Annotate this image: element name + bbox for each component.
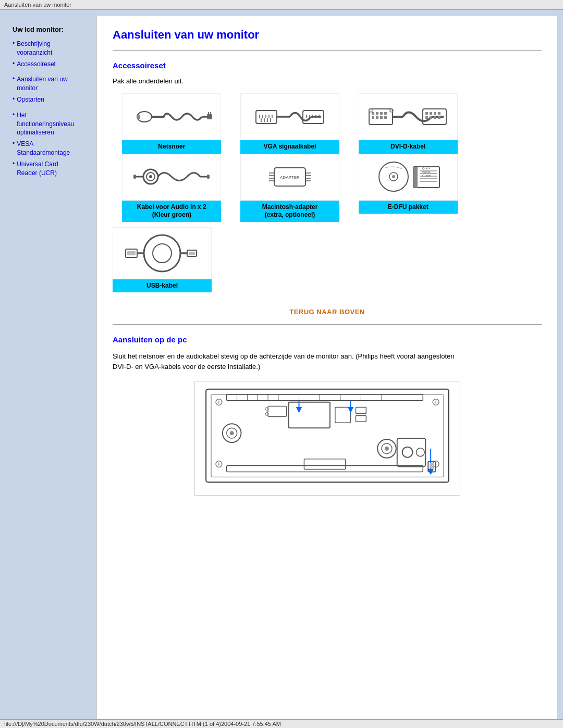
titlebar-text: Aansluiten van uw monitor — [4, 2, 71, 8]
svg-point-129 — [384, 447, 388, 451]
sidebar-link-beschrijving[interactable]: Beschrijvingvooraanzicht — [17, 40, 52, 57]
svg-rect-1 — [137, 115, 140, 119]
svg-rect-44 — [430, 116, 432, 119]
svg-rect-29 — [384, 112, 387, 115]
usb-icon — [115, 228, 209, 278]
svg-point-122 — [402, 447, 412, 458]
svg-rect-46 — [438, 116, 440, 119]
svg-rect-87 — [226, 394, 423, 401]
main-content: Aansluiten van uw monitor Accessoireset … — [96, 15, 558, 724]
edfu-icon: Quick Setup Guide — [368, 157, 448, 196]
dvid-icon — [366, 97, 450, 137]
sidebar: Uw lcd monitor: • Beschrijvingvooraanzic… — [5, 15, 96, 724]
audio-label: Kabel voor Audio in x 2(Kleur groen) — [122, 201, 221, 222]
back-to-top[interactable]: TERUG NAAR BOVEN — [113, 308, 542, 316]
edfu-label: E-DFU pakket — [359, 201, 458, 214]
svg-rect-85 — [206, 389, 449, 482]
audio-icon — [132, 157, 211, 196]
page-wrapper: Uw lcd monitor: • Beschrijvingvooraanzic… — [5, 15, 558, 724]
accessory-netsnoer: Netsnoer — [113, 93, 231, 154]
svg-rect-45 — [434, 116, 436, 119]
back-to-top-link[interactable]: TERUG NAAR BOVEN — [289, 308, 365, 316]
connect-text: Sluit het netsnoer en de audiokabel stev… — [113, 351, 467, 372]
sidebar-link-vesa[interactable]: VESAStandaardmontage — [17, 140, 70, 157]
dvid-image — [359, 93, 458, 140]
svg-rect-121 — [397, 438, 425, 467]
dvid-label: DVI-D-kabel — [359, 140, 458, 154]
usb-image — [113, 227, 212, 279]
page-title: Aansluiten van uw monitor — [113, 28, 542, 42]
svg-point-77 — [144, 235, 180, 272]
vga-label: VGA signaalkabel — [240, 140, 339, 154]
svg-text:ADAPTER: ADAPTER — [280, 175, 300, 180]
monitor-diagram — [194, 381, 460, 496]
svg-rect-99 — [335, 408, 350, 423]
edfu-image: Quick Setup Guide — [359, 154, 458, 201]
svg-rect-102 — [268, 406, 287, 417]
svg-text:Guide: Guide — [422, 174, 431, 177]
audio-image — [122, 154, 221, 201]
svg-rect-40 — [430, 112, 432, 115]
bullet-icon: • — [13, 95, 15, 103]
svg-rect-84 — [189, 252, 195, 255]
svg-rect-41 — [434, 112, 436, 115]
vga-image — [240, 93, 339, 140]
mac-icon: ADAPTER — [253, 157, 326, 196]
svg-rect-27 — [376, 112, 378, 115]
netsnoer-image — [122, 93, 221, 140]
sidebar-item-functioneringsniveau[interactable]: • Hetfunctioneringsniveauoptimaliseren — [13, 111, 91, 137]
svg-rect-33 — [384, 116, 387, 119]
section-heading-accessoireset: Accessoireset — [113, 61, 542, 70]
svg-rect-100 — [356, 408, 366, 414]
middle-divider — [113, 324, 542, 325]
svg-rect-130 — [304, 459, 345, 470]
svg-rect-86 — [211, 394, 444, 477]
sidebar-title: Uw lcd monitor: — [13, 26, 91, 33]
bullet-icon: • — [13, 140, 15, 147]
bullet-icon: • — [13, 111, 15, 118]
sidebar-item-opstarten[interactable]: • Opstarten — [13, 95, 91, 104]
sidebar-item-ucr[interactable]: • Universal CardReader (UCR) — [13, 160, 91, 178]
sidebar-item-accessoireset[interactable]: • Accessoireset — [13, 60, 91, 69]
section-heading-connect: Aansluiten op de pc — [113, 335, 542, 344]
top-divider — [113, 50, 542, 51]
accessories-grid: Netsnoer — [113, 93, 467, 222]
svg-text:Quick: Quick — [422, 167, 431, 170]
svg-rect-31 — [376, 116, 378, 119]
statusbar: file:///D|/My%20Documents/dfu/230W/dutch… — [0, 719, 563, 728]
accessory-edfu: Quick Setup Guide E-DFU pakket — [349, 154, 467, 222]
svg-rect-68 — [413, 167, 418, 188]
sidebar-link-functioneringsniveau[interactable]: Hetfunctioneringsniveauoptimaliseren — [17, 111, 74, 137]
accessory-mac: ADAPTER Macintosh-adapter(extra, optione… — [231, 154, 349, 222]
svg-point-66 — [392, 175, 395, 178]
svg-rect-28 — [380, 112, 383, 115]
vga-icon — [253, 97, 326, 137]
accessory-audio: Kabel voor Audio in x 2(Kleur groen) — [113, 154, 231, 222]
accessories-row-usb: USB-kabel — [113, 227, 542, 293]
sidebar-link-aansluiten[interactable]: Aansluiten van uwmonitor — [17, 75, 67, 93]
accessory-dvid: DVI-D-kabel — [349, 93, 467, 154]
sidebar-item-aansluiten[interactable]: • Aansluiten van uwmonitor — [13, 75, 91, 93]
svg-rect-39 — [425, 112, 428, 115]
svg-point-123 — [416, 448, 424, 456]
svg-point-126 — [229, 431, 234, 436]
svg-rect-80 — [127, 251, 136, 255]
svg-rect-98 — [288, 402, 329, 428]
svg-rect-4 — [207, 114, 212, 119]
sidebar-link-opstarten[interactable]: Opstarten — [17, 95, 44, 104]
bullet-icon: • — [13, 160, 15, 167]
bullet-icon: • — [13, 40, 15, 47]
sidebar-item-beschrijving[interactable]: • Beschrijvingvooraanzicht — [13, 40, 91, 57]
svg-rect-132 — [430, 463, 434, 468]
sidebar-link-ucr[interactable]: Universal CardReader (UCR) — [17, 160, 58, 178]
svg-rect-43 — [425, 116, 428, 119]
svg-rect-42 — [438, 112, 440, 115]
netsnoer-icon — [130, 97, 213, 137]
sidebar-link-accessoireset[interactable]: Accessoireset — [17, 60, 56, 69]
sidebar-item-vesa[interactable]: • VESAStandaardmontage — [13, 140, 91, 157]
bullet-icon: • — [13, 60, 15, 67]
connect-section: Aansluiten op de pc Sluit het netsnoer e… — [113, 335, 542, 496]
svg-rect-30 — [372, 116, 374, 119]
usb-label: USB-kabel — [113, 279, 212, 293]
svg-rect-7 — [256, 110, 277, 124]
